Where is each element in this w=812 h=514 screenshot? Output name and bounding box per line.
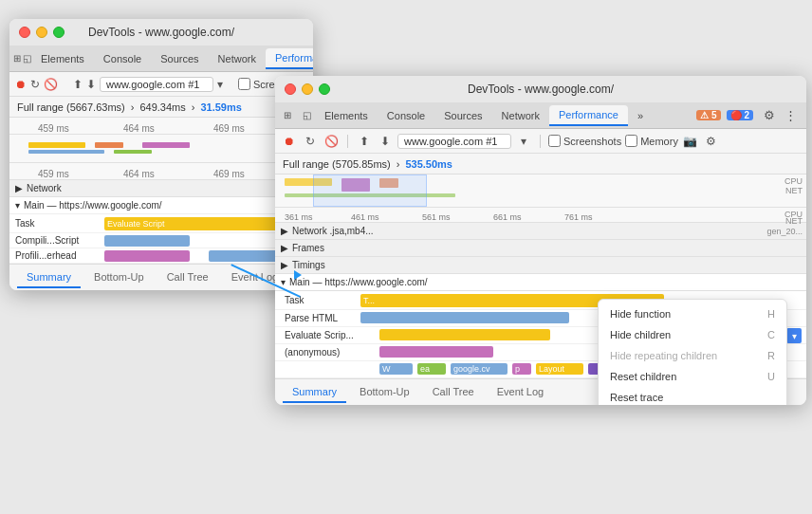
context-menu-hide-repeating: Hide repeating children R <box>599 345 786 366</box>
front-tick-3: 561 ms <box>422 212 451 222</box>
front-inspect-icon[interactable]: ◱ <box>298 107 315 124</box>
front-maximize-button[interactable] <box>319 83 330 95</box>
front-tab-performance[interactable]: Performance <box>549 105 628 126</box>
back-reload-btn[interactable]: ↻ <box>30 76 40 93</box>
back-record-btn[interactable]: ⏺ <box>15 76 27 93</box>
front-reload-btn[interactable]: ↻ <box>302 133 319 150</box>
back-time-ruler: 459 ms 464 ms 469 ms <box>9 118 313 135</box>
back-cursor-icon[interactable]: ⊞ <box>13 50 21 67</box>
front-expand-icon[interactable]: ▾ <box>786 328 802 343</box>
back-close-button[interactable] <box>19 27 30 38</box>
front-w-bar-label: W <box>382 364 391 374</box>
back-anon1-bar[interactable] <box>104 235 190 247</box>
front-main-label: Main — https://www.google.com/ <box>289 277 428 287</box>
front-tab-summary[interactable]: Summary <box>283 382 346 403</box>
front-url-bar[interactable]: www.google.com #1 <box>397 134 511 149</box>
front-anon-bar[interactable] <box>379 346 493 358</box>
back-task-text: Task <box>15 218 35 229</box>
front-tab-calltree[interactable]: Call Tree <box>423 382 484 403</box>
front-layout-bar[interactable]: Layout <box>536 363 583 375</box>
front-settings-icon[interactable]: ⚙ <box>761 107 778 124</box>
front-tab-more[interactable]: » <box>628 106 653 125</box>
back-network-header: ▶ Network <box>9 180 313 197</box>
front-tab-eventlog[interactable]: Event Log <box>488 382 554 403</box>
back-download-btn[interactable]: ⬇ <box>86 76 96 93</box>
front-download-btn[interactable]: ⬇ <box>377 133 394 150</box>
front-clear-btn[interactable]: 🚫 <box>323 133 340 150</box>
back-clear-btn[interactable]: 🚫 <box>44 76 58 93</box>
front-network-label: Network .jsa,mb4... <box>292 226 374 236</box>
context-menu-reset-trace[interactable]: Reset trace <box>599 387 786 405</box>
context-reset-children-shortcut: U <box>767 371 775 382</box>
front-cursor-icon[interactable]: ⊞ <box>279 107 296 124</box>
front-evaluate-bar[interactable] <box>379 329 550 340</box>
front-frames-label: Frames <box>292 243 324 253</box>
back-anon2-bar[interactable] <box>104 250 190 262</box>
context-hide-children-shortcut: C <box>767 329 775 340</box>
front-main-triangle: ▾ <box>281 277 286 287</box>
connector-arrowhead <box>294 270 302 280</box>
back-screenshots-checkbox[interactable] <box>238 78 250 90</box>
front-more-icon[interactable]: ⋮ <box>782 107 799 124</box>
front-tab-console[interactable]: Console <box>378 106 434 125</box>
front-timings-header: ▶ Timings <box>275 257 806 274</box>
front-net-right: NET <box>785 216 803 226</box>
front-tab-sources[interactable]: Sources <box>434 106 491 125</box>
back-traffic-lights <box>19 27 65 38</box>
front-layout-bar-label: Layout <box>539 364 564 374</box>
front-w-bar[interactable]: W <box>379 363 413 375</box>
back-network-conditions-icon[interactable]: ▾ <box>217 76 223 93</box>
back-range-bar: Full range (5667.63ms) › 649.34ms › 31.5… <box>9 97 313 118</box>
front-tab-elements[interactable]: Elements <box>315 106 378 125</box>
front-tab-bottomup[interactable]: Bottom-Up <box>350 382 419 403</box>
back-minimap <box>9 135 313 163</box>
front-network-conditions-icon[interactable]: ▾ <box>515 133 532 150</box>
back-tab-network[interactable]: Network <box>209 49 266 68</box>
back-task-label: Task <box>9 218 95 229</box>
front-screenshots-check[interactable]: Screenshots <box>548 135 621 147</box>
front-p-bar-label: p <box>515 364 520 374</box>
back-network-triangle: ▶ <box>15 183 23 193</box>
front-close-button[interactable] <box>285 83 296 95</box>
front-task-label: Task <box>275 295 360 305</box>
back-maximize-button[interactable] <box>53 27 65 38</box>
front-minimize-button[interactable] <box>302 83 313 95</box>
back-tab-elements[interactable]: Elements <box>31 49 94 68</box>
context-menu-reset-children[interactable]: Reset children U <box>599 366 786 387</box>
front-gear-icon[interactable]: ⚙ <box>703 133 720 150</box>
back-inspect-icon[interactable]: ◱ <box>23 50 31 67</box>
front-warning-badge: ⚠ 5 <box>696 110 720 120</box>
front-upload-btn[interactable]: ⬆ <box>356 133 373 150</box>
front-googlecv-bar[interactable]: google.cv <box>451 363 508 375</box>
front-main-header: ▾ Main — https://www.google.com/ <box>275 274 806 291</box>
front-memory-check[interactable]: Memory <box>625 135 678 147</box>
front-p-bar[interactable]: p <box>512 363 531 375</box>
back-upload-btn[interactable]: ⬆ <box>73 76 83 93</box>
back-tab-console[interactable]: Console <box>94 49 151 68</box>
front-sep1 <box>347 135 348 148</box>
front-network-triangle: ▶ <box>281 226 288 236</box>
back-tab-summary[interactable]: Summary <box>17 267 81 288</box>
back-compile-row: Compili...Script <box>9 233 313 248</box>
back-tab-sources[interactable]: Sources <box>151 49 208 68</box>
front-tab-network[interactable]: Network <box>492 106 549 125</box>
context-hide-function-shortcut: H <box>767 308 775 320</box>
front-ea-bar[interactable]: ea <box>417 363 446 375</box>
context-menu-hide-children[interactable]: Hide children C <box>599 324 786 345</box>
front-memory-checkbox[interactable] <box>625 135 637 147</box>
front-capture-icon[interactable]: 📷 <box>682 133 699 150</box>
back-range-arrow2: › <box>192 101 195 113</box>
back-tab-calltree[interactable]: Call Tree <box>157 267 218 288</box>
back-tab-bottomup[interactable]: Bottom-Up <box>84 267 154 288</box>
front-expand-btn[interactable]: ▾ <box>786 328 802 343</box>
front-screenshots-checkbox[interactable] <box>548 135 561 147</box>
back-evaluate-script-bar[interactable]: Evaluate Script <box>104 217 294 230</box>
back-minimize-button[interactable] <box>36 27 47 38</box>
back-tab-performance[interactable]: Performance <box>266 48 313 69</box>
front-parse-bar[interactable] <box>360 312 569 323</box>
context-menu: Hide function H Hide children C Hide rep… <box>598 299 787 405</box>
context-menu-hide-function[interactable]: Hide function H <box>599 303 786 324</box>
back-url-bar[interactable]: www.google.com #1 <box>100 77 213 92</box>
front-record-btn[interactable]: ⏺ <box>281 133 298 150</box>
front-frames-header: ▶ Frames <box>275 240 806 257</box>
